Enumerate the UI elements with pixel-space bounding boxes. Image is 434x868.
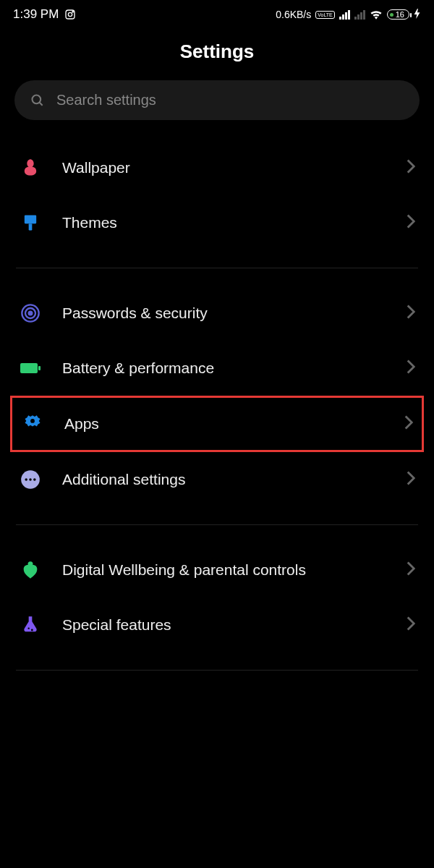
settings-item-additional-settings[interactable]: Additional settings [0,452,434,507]
item-label: Apps [64,414,384,433]
item-label: Digital Wellbeing & parental controls [62,560,386,579]
search-icon [30,93,45,108]
flask-icon [19,613,42,637]
svg-point-12 [30,419,35,423]
battery-icon [19,357,42,380]
svg-rect-11 [38,366,41,370]
wifi-icon [370,9,383,20]
item-label: Wallpaper [62,158,386,177]
fingerprint-icon [19,302,42,325]
settings-item-digital-wellbeing[interactable]: Digital Wellbeing & parental controls [0,542,434,597]
svg-line-4 [40,102,43,105]
item-label: Battery & performance [62,358,386,378]
status-bar: 1:39 PM 0.6KB/s VoLTE 16 [0,0,434,27]
svg-point-16 [33,478,36,481]
status-time: 1:39 PM [13,7,59,22]
chevron-right-icon [407,359,415,377]
chevron-right-icon [407,305,415,322]
search-bar[interactable] [14,80,420,120]
divider [16,670,418,671]
chevron-right-icon [407,214,415,231]
instagram-icon [64,9,76,20]
chevron-right-icon [407,561,415,579]
settings-item-themes[interactable]: Themes [0,195,434,250]
heart-icon [19,558,42,582]
svg-rect-10 [20,363,38,373]
battery-indicator: 16 [387,9,409,20]
svg-point-19 [31,629,33,631]
page-title: Settings [0,27,434,80]
brush-icon [19,211,42,234]
svg-point-3 [33,95,41,103]
volte-icon: VoLTE [315,11,335,19]
svg-rect-5 [25,216,36,224]
item-label: Special features [62,615,386,634]
settings-item-apps[interactable]: Apps [10,396,424,452]
signal-icon-2 [354,10,365,20]
settings-item-wallpaper[interactable]: Wallpaper [0,140,434,195]
divider [16,268,418,268]
settings-item-passwords-security[interactable]: Passwords & security [0,286,434,341]
svg-point-9 [29,312,33,315]
signal-icon [339,10,350,20]
chevron-right-icon [407,616,415,634]
dots-icon [19,468,42,491]
chevron-right-icon [407,159,415,176]
chevron-right-icon [404,415,413,433]
chevron-right-icon [407,471,415,488]
status-data-rate: 0.6KB/s [276,9,311,20]
svg-point-18 [28,628,30,629]
charging-icon [414,9,421,21]
item-label: Passwords & security [62,303,386,323]
search-input[interactable] [56,92,404,109]
item-label: Additional settings [62,469,386,489]
svg-point-2 [72,12,73,12]
svg-rect-6 [29,224,33,230]
svg-point-15 [29,478,32,481]
settings-item-special-features[interactable]: Special features [0,597,434,652]
gear-icon [21,412,44,435]
svg-point-1 [69,12,72,16]
tulip-icon [19,156,42,179]
item-label: Themes [62,213,386,232]
settings-item-battery-performance[interactable]: Battery & performance [0,341,434,396]
divider [16,524,418,525]
svg-point-14 [25,478,27,481]
